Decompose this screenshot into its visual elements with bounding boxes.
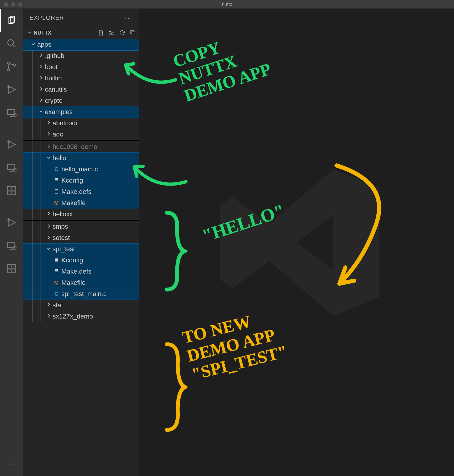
vscode-watermark-icon: [205, 151, 388, 334]
explorer-more-icon[interactable]: ···: [125, 14, 133, 22]
editor-area: [139, 9, 454, 476]
tree-folder[interactable]: adc: [23, 129, 139, 140]
file-type-icon: ≣: [53, 268, 60, 275]
debug-activity-icon[interactable]: [0, 78, 23, 101]
chevron-right-icon: [38, 64, 44, 70]
tree-segment: hdc1008_demohelloChello_main.c≣Kconfig≣M…: [23, 141, 139, 220]
remote-activity-icon[interactable]: [0, 101, 23, 124]
svg-point-14: [8, 219, 9, 220]
tree-folder[interactable]: examples: [23, 106, 139, 118]
svg-point-7: [8, 141, 9, 142]
close-dot[interactable]: [4, 2, 8, 7]
chevron-right-icon: [45, 302, 52, 308]
activity-overflow-icon[interactable]: ···: [0, 455, 23, 472]
tree-folder[interactable]: .github: [23, 50, 139, 61]
tree-item-label: Makefile: [61, 279, 86, 287]
collapse-all-icon[interactable]: [130, 30, 136, 36]
debug-activity-icon-dup[interactable]: [0, 133, 23, 156]
tree-file[interactable]: ≣Kconfig: [23, 255, 139, 266]
tree-file[interactable]: ≣Kconfig: [23, 175, 139, 186]
svg-rect-12: [7, 191, 11, 195]
new-folder-icon[interactable]: [108, 30, 115, 36]
svg-rect-13: [12, 191, 16, 195]
chevron-down-icon: [30, 42, 37, 48]
chevron-right-icon: [45, 144, 52, 150]
titlebar: nuttx: [0, 0, 454, 9]
tree-folder[interactable]: sotest: [23, 232, 139, 243]
svg-rect-20: [12, 269, 16, 273]
tree-folder[interactable]: helloxx: [23, 209, 139, 220]
explorer-activity-icon[interactable]: [0, 9, 23, 32]
chevron-down-icon: [45, 246, 52, 252]
tree-item-label: helloxx: [53, 210, 73, 218]
file-type-icon: C: [53, 166, 60, 173]
extensions-activity-icon[interactable]: [0, 179, 23, 202]
chevron-right-icon: [45, 131, 52, 138]
chevron-right-icon: [38, 87, 44, 93]
tree-item-label: sx127x_demo: [53, 313, 93, 320]
tree-item-label: builtin: [45, 74, 62, 82]
tree-item-label: Makefile: [61, 199, 86, 207]
file-type-icon: ≣: [53, 189, 60, 195]
tree-item-label: smps: [53, 223, 68, 230]
window-title: nuttx: [222, 2, 232, 7]
chevron-down-icon: [27, 30, 32, 36]
tree-folder[interactable]: canutils: [23, 84, 139, 95]
tree-file[interactable]: ≣Make.defs: [23, 266, 139, 277]
tree-item-label: apps: [37, 41, 51, 48]
tree-file[interactable]: ≣Make.defs: [23, 186, 139, 197]
maximize-dot[interactable]: [18, 2, 22, 7]
remote-activity-icon-dup[interactable]: [0, 156, 23, 179]
chevron-right-icon: [38, 98, 44, 104]
tree-item-label: canutils: [45, 86, 67, 93]
new-file-icon[interactable]: [98, 30, 104, 36]
chevron-down-icon: [45, 155, 52, 161]
refresh-icon[interactable]: [119, 30, 125, 36]
tree-folder[interactable]: spi_test: [23, 243, 139, 255]
chevron-right-icon: [38, 75, 44, 82]
file-type-icon: M: [53, 280, 60, 286]
svg-rect-18: [12, 264, 16, 268]
debug-activity-icon-dup2[interactable]: [0, 211, 23, 234]
tree-folder[interactable]: builtin: [23, 73, 139, 84]
svg-rect-19: [7, 269, 11, 273]
svg-point-4: [8, 86, 9, 87]
tree-folder[interactable]: sx127x_demo: [23, 311, 139, 322]
tree-folder[interactable]: abntcodi: [23, 118, 139, 129]
tree-item-label: spi_test_main.c: [61, 290, 107, 298]
tree-file[interactable]: MMakefile: [23, 197, 139, 209]
minimize-dot[interactable]: [11, 2, 15, 7]
tree-file[interactable]: MMakefile: [23, 277, 139, 288]
tree-item-label: hdc1008_demo: [53, 143, 97, 151]
explorer-section-header[interactable]: NUTTX: [23, 27, 139, 39]
tree-folder[interactable]: stat: [23, 300, 139, 311]
chevron-right-icon: [45, 211, 52, 217]
tree-folder[interactable]: apps: [23, 39, 139, 50]
svg-point-0: [8, 40, 13, 45]
tree-file[interactable]: Cspi_test_main.c: [23, 288, 139, 300]
search-activity-icon[interactable]: [0, 32, 23, 55]
extensions-activity-icon-dup2[interactable]: [0, 257, 23, 280]
tree-item-label: Make.defs: [61, 268, 92, 275]
tree-item-label: Kconfig: [61, 256, 83, 264]
file-tree[interactable]: apps.githubbootbuiltincanutilscryptoexam…: [23, 39, 139, 476]
svg-rect-21: [131, 31, 134, 34]
tree-item-label: spi_test: [53, 245, 75, 253]
tree-folder[interactable]: crypto: [23, 95, 139, 106]
tree-item-label: adc: [53, 131, 63, 138]
tree-segment: apps.githubbootbuiltincanutilscryptoexam…: [23, 39, 139, 140]
tree-item-label: abntcodi: [53, 119, 77, 127]
file-type-icon: M: [53, 200, 60, 206]
tree-file[interactable]: Chello_main.c: [23, 164, 139, 175]
source-control-activity-icon[interactable]: [0, 55, 23, 78]
svg-point-2: [8, 69, 10, 71]
tree-folder[interactable]: hdc1008_demo: [23, 141, 139, 152]
tree-folder[interactable]: boot: [23, 61, 139, 73]
tree-folder[interactable]: smps: [23, 221, 139, 232]
explorer-sidebar: EXPLORER ··· NUTTX apps.githubbootbuilti…: [23, 9, 139, 476]
tree-item-label: stat: [53, 301, 63, 309]
svg-rect-10: [7, 186, 11, 190]
tree-folder[interactable]: hello: [23, 152, 139, 164]
remote-activity-icon-dup2[interactable]: [0, 234, 23, 257]
svg-point-1: [8, 62, 10, 64]
